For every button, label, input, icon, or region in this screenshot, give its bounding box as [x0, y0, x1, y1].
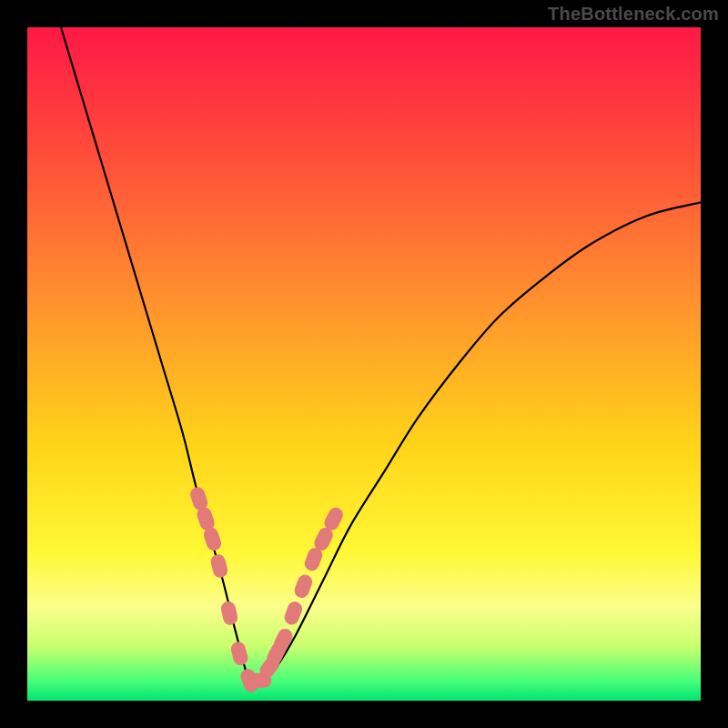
watermark-text: TheBottleneck.com — [548, 4, 719, 25]
gradient-background — [27, 27, 701, 701]
plot-area — [27, 27, 701, 701]
plot-svg — [27, 27, 701, 701]
chart-frame: TheBottleneck.com — [0, 0, 728, 728]
